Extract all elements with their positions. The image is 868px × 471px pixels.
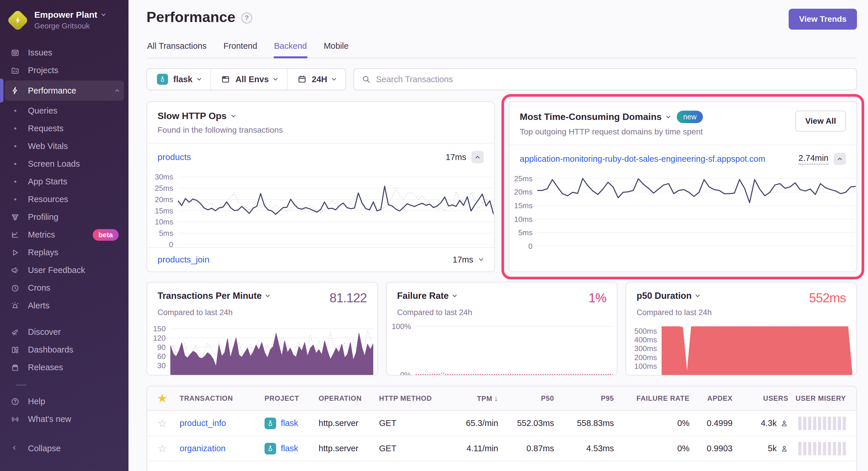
project-link[interactable]: flask: [281, 444, 298, 453]
star-outline-icon[interactable]: ☆: [158, 443, 180, 454]
chevron-down-icon: [266, 293, 270, 297]
tab-backend[interactable]: Backend: [274, 41, 308, 58]
bullet-icon: [10, 163, 20, 165]
col-apdex[interactable]: APDEX: [689, 394, 733, 402]
transaction-link-products[interactable]: products: [158, 152, 191, 162]
sidebar-item-user-feedback[interactable]: User Feedback: [0, 261, 128, 279]
col-http-method[interactable]: HTTP METHOD: [379, 394, 452, 402]
star-filled-icon[interactable]: ★: [158, 393, 180, 404]
sidebar-item-label: Resources: [28, 195, 68, 204]
sidebar-item-whats-new[interactable]: What's new: [0, 410, 128, 428]
environment-filter[interactable]: All Envs: [211, 69, 287, 90]
sidebar-item-help[interactable]: Help: [0, 393, 128, 410]
p50-chart: 500ms400ms300ms200ms100ms: [626, 324, 852, 375]
sidebar-item-queries[interactable]: Queries: [0, 102, 128, 120]
performance-icon: [10, 86, 20, 95]
sidebar-item-releases[interactable]: Releases: [0, 359, 128, 376]
apdex-cell: 0.9903: [689, 444, 733, 453]
p50-title[interactable]: p50 Duration: [637, 291, 699, 301]
telescope-icon: [10, 328, 20, 337]
accordion-row-products: products 17ms: [147, 143, 494, 167]
domains-widget-wrapper: Most Time-Consuming Domains new Top outg…: [509, 101, 857, 272]
failure-rate-card: Failure Rate 1% Compared to last 24h 100…: [386, 282, 617, 375]
sidebar-item-issues[interactable]: Issues: [0, 44, 128, 62]
sidebar-item-performance[interactable]: Performance: [5, 80, 124, 101]
transaction-link[interactable]: product_info: [180, 418, 226, 428]
transaction-link[interactable]: organization: [180, 444, 225, 453]
sidebar-collapse-button[interactable]: Collapse: [0, 440, 128, 457]
p95-cell: 558.83ms: [554, 418, 614, 428]
sidebar-item-label: Profiling: [28, 212, 58, 222]
help-tooltip-icon[interactable]: ?: [241, 12, 252, 24]
sidebar-item-app-starts[interactable]: App Starts: [0, 173, 128, 191]
p50-cell: 0.87ms: [498, 444, 554, 453]
collapse-products-button[interactable]: [471, 151, 484, 163]
star-outline-icon[interactable]: ☆: [158, 418, 180, 429]
transaction-link-products-join[interactable]: products_join: [158, 255, 209, 265]
sidebar-item-label: Dashboards: [28, 345, 73, 355]
view-trends-button[interactable]: View Trends: [788, 9, 857, 30]
products-trend-chart: 30ms25ms20ms15ms10ms5ms0: [147, 171, 494, 244]
sidebar-item-label: Requests: [28, 124, 64, 133]
transaction-search: [353, 68, 857, 90]
widget-row-top: Slow HTTP Ops Found in the following tra…: [147, 101, 857, 272]
domain-link[interactable]: application-monitoring-ruby-dot-sales-en…: [520, 154, 765, 164]
sidebar-item-replays[interactable]: Replays: [0, 244, 128, 261]
help-icon: [10, 397, 20, 406]
issues-icon: [10, 48, 20, 57]
sidebar-item-resources[interactable]: Resources: [0, 191, 128, 208]
sidebar-item-discover[interactable]: Discover: [0, 323, 128, 341]
sidebar-item-crons[interactable]: Crons: [0, 279, 128, 297]
project-link[interactable]: flask: [281, 418, 298, 428]
bullet-icon: [10, 145, 20, 147]
sidebar-item-requests[interactable]: Requests: [0, 120, 128, 137]
domain-time-value[interactable]: 2.74min: [799, 153, 829, 165]
tpm-title[interactable]: Transactions Per Minute: [158, 291, 269, 301]
col-transaction[interactable]: TRANSACTION: [180, 394, 265, 402]
sidebar-item-alerts[interactable]: Alerts: [0, 297, 128, 314]
expand-products-join-button[interactable]: [478, 258, 484, 261]
profiling-icon: [10, 213, 20, 222]
sidebar-item-screen-loads[interactable]: Screen Loads: [0, 155, 128, 173]
failure-rate-value: 1%: [588, 291, 607, 305]
search-input[interactable]: [376, 75, 849, 84]
p50-duration-card: p50 Duration 552ms Compared to last 24h …: [626, 282, 857, 375]
org-switcher[interactable]: Empower Plant George Gritsouk: [0, 7, 128, 33]
tab-all-transactions[interactable]: All Transactions: [147, 41, 207, 58]
tab-frontend[interactable]: Frontend: [223, 41, 258, 58]
col-p95[interactable]: P95: [554, 394, 614, 402]
col-operation[interactable]: OPERATION: [319, 394, 379, 402]
sidebar-item-label: User Feedback: [28, 265, 85, 275]
date-range-filter[interactable]: 24H: [287, 69, 345, 90]
accordion-row-products-join: products_join 17ms: [147, 247, 494, 271]
sidebar-item-profiling[interactable]: Profiling: [0, 208, 128, 226]
sidebar-item-label: Issues: [28, 48, 52, 58]
sidebar-item-projects[interactable]: Projects: [0, 62, 128, 79]
failure-rate-title[interactable]: Failure Rate: [397, 291, 456, 301]
sidebar-item-label: Replays: [28, 248, 58, 257]
nav-divider: [16, 384, 27, 385]
col-tpm[interactable]: TPM↓: [452, 394, 498, 403]
col-users[interactable]: USERS: [733, 394, 788, 402]
project-filter[interactable]: flask: [147, 69, 211, 90]
col-failure-rate[interactable]: FAILURE RATE: [614, 394, 689, 402]
collapse-domain-button[interactable]: [834, 153, 846, 165]
view-all-button[interactable]: View All: [795, 111, 846, 132]
users-cell: 5k: [768, 444, 777, 453]
date-range-value: 24H: [312, 75, 327, 84]
sidebar-item-dashboards[interactable]: Dashboards: [0, 341, 128, 359]
sidebar-item-metrics[interactable]: Metrics beta: [0, 226, 128, 244]
col-user-misery[interactable]: USER MISERY: [788, 394, 846, 402]
col-p50[interactable]: P50: [498, 394, 554, 402]
p50-value: 552ms: [809, 291, 846, 305]
table-row: ☆ organization flask http.server GET 4.1…: [147, 436, 856, 462]
sidebar-item-web-vitals[interactable]: Web Vitals: [0, 137, 128, 155]
environment-icon: [221, 75, 230, 84]
tab-mobile[interactable]: Mobile: [323, 41, 349, 58]
chevron-down-icon: [273, 76, 277, 80]
failure-rate-cell: 0%: [614, 418, 689, 428]
tab-bar: All Transactions Frontend Backend Mobile: [147, 41, 857, 58]
domains-title[interactable]: Most Time-Consuming Domains new: [520, 111, 703, 123]
slow-http-ops-title[interactable]: Slow HTTP Ops: [158, 111, 484, 122]
col-project[interactable]: PROJECT: [265, 394, 319, 402]
